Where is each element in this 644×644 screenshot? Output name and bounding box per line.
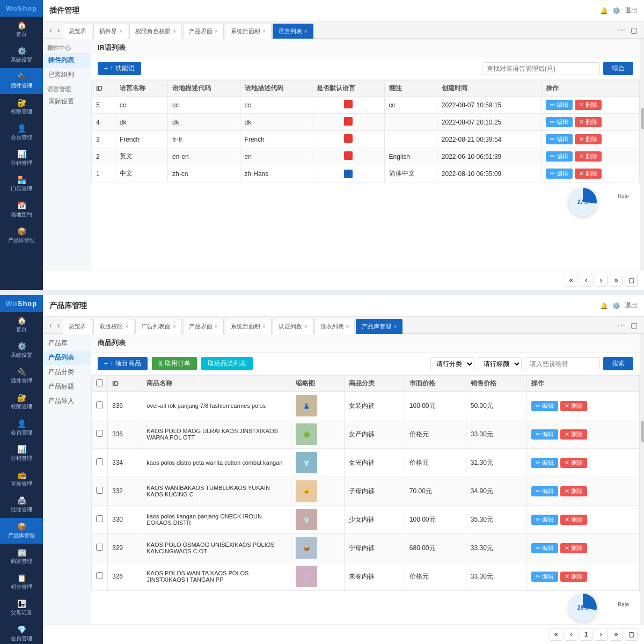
sub-item-product-title[interactable]: 产品标题 [43, 379, 91, 394]
tab-close-auth-1[interactable]: × [173, 28, 176, 34]
row-check[interactable] [96, 458, 103, 465]
tab-ad-2[interactable]: 广告列表面× [135, 319, 182, 334]
pg-prev-1[interactable]: ‹ [580, 274, 592, 287]
sidebar2-plugin[interactable]: 🔌插件管理 [0, 363, 43, 389]
pg-last-2[interactable]: » [610, 628, 623, 641]
edit-btn-p[interactable]: ✏ 编辑 [531, 429, 558, 440]
tab-overview-1[interactable]: 总览界 [63, 24, 92, 39]
sub-item-installed[interactable]: 已装组列 [43, 68, 91, 82]
tab-system-1[interactable]: 系统目面积 × [225, 24, 272, 39]
sub-item-product-import[interactable]: 产品导入 [43, 394, 91, 408]
del-btn[interactable]: ✕ 删除 [575, 151, 602, 162]
sidebar2-pos[interactable]: 🖨️批注管理 [0, 492, 43, 518]
tab-close-plugin-1[interactable]: × [119, 28, 122, 34]
sidebar-item-product[interactable]: 📦 产品库管理 [0, 223, 43, 248]
pg-expand-1[interactable]: ▢ [625, 274, 638, 287]
sidebar-item-reserve[interactable]: 📅 场地预约 [0, 197, 43, 223]
tab-productlib-2[interactable]: 产品库管理× [356, 319, 402, 334]
sidebar2-vip[interactable]: 💎会员管理 [0, 621, 43, 644]
del-btn-p[interactable]: ✕ 删除 [560, 543, 587, 553]
tab-next-1[interactable]: › [55, 26, 62, 34]
sidebar-item-system[interactable]: ⚙️ 系统设置 [0, 42, 43, 68]
tab-cert-2[interactable]: 认证列数× [273, 319, 313, 334]
del-btn-p[interactable]: ✕ 删除 [560, 572, 587, 582]
settings-icon[interactable]: ⚙️ [612, 7, 620, 14]
sub-item-product-cat[interactable]: 产品分类 [43, 365, 91, 379]
export-btn[interactable]: & 取用订单 [152, 357, 196, 370]
edit-btn-p[interactable]: ✏ 编辑 [531, 572, 558, 582]
del-btn-p[interactable]: ✕ 删除 [560, 486, 587, 496]
tab-laundry-2[interactable]: 洗衣列表× [314, 319, 355, 334]
del-btn-p[interactable]: ✕ 删除 [560, 429, 587, 440]
tab-prev-2[interactable]: ‹ [47, 321, 54, 330]
check-all[interactable] [96, 379, 103, 386]
sidebar2-auth[interactable]: 🔐权限管理 [0, 389, 43, 415]
sidebar2-system[interactable]: ⚙️系统设置 [0, 338, 43, 363]
import-btn[interactable]: 取还品类列表 [201, 357, 253, 370]
del-btn[interactable]: ✕ 删除 [575, 134, 602, 144]
tab-close-product-1[interactable]: × [215, 28, 218, 34]
row-check[interactable] [96, 572, 103, 579]
edit-btn[interactable]: ✏ 编辑 [546, 134, 573, 144]
sidebar-item-plugin[interactable]: 🔌 插件管理 [0, 68, 43, 94]
del-btn[interactable]: ✕ 删除 [575, 169, 602, 179]
sidebar-item-member[interactable]: 👤 会员管理 [0, 120, 43, 145]
tab-plugin-1[interactable]: 插件界 × [93, 24, 128, 39]
row-check[interactable] [96, 430, 103, 437]
logout-btn[interactable]: 退出 [625, 6, 638, 15]
sub-item-intl[interactable]: 国际设置 [43, 94, 91, 109]
tab-language-1[interactable]: 语言列表 × [273, 24, 313, 39]
tab-close-2-7[interactable]: × [393, 324, 397, 330]
tab-product-2[interactable]: 产品界面× [183, 319, 224, 334]
tab-close-2-4[interactable]: × [262, 324, 266, 330]
tab-close-2-3[interactable]: × [215, 324, 218, 330]
tab-prev-1[interactable]: ‹ [47, 26, 54, 34]
scrollbar-2[interactable] [640, 334, 644, 624]
sidebar-item-store[interactable]: 🏪 门店管理 [0, 171, 43, 197]
tab-system-2[interactable]: 系统目面积× [225, 319, 272, 334]
sub-item-product-list[interactable]: 产品列表 [43, 350, 91, 365]
tab-close-system-1[interactable]: × [262, 28, 266, 34]
edit-btn[interactable]: ✏ 编辑 [546, 151, 573, 162]
sidebar2-home[interactable]: 🏠首页 [0, 312, 43, 338]
tab-overview-2[interactable]: 总览界 [63, 319, 92, 334]
row-check[interactable] [96, 515, 103, 522]
row-check[interactable] [96, 544, 103, 551]
tab-close-language-1[interactable]: × [304, 28, 308, 34]
search-btn-1[interactable]: 综合 [603, 62, 633, 75]
tab-close-2-6[interactable]: × [346, 324, 349, 330]
tab-auth-1[interactable]: 权限角色权限 × [129, 24, 182, 39]
tab-expand-2[interactable]: ▢ [628, 321, 640, 330]
notif-icon-2[interactable]: 🔔 [600, 302, 608, 310]
row-check[interactable] [96, 487, 103, 494]
sidebar-item-auth[interactable]: 🔐 权限管理 [0, 94, 43, 120]
add-lang-btn[interactable]: + + 功能语 [98, 62, 141, 75]
pg-prev-2[interactable]: ‹ [565, 628, 577, 641]
tab-next-2[interactable]: › [55, 321, 62, 330]
pg-first-1[interactable]: « [565, 274, 577, 287]
edit-btn-p[interactable]: ✏ 编辑 [531, 458, 558, 468]
tab-more-1[interactable]: ⋯ [616, 26, 627, 34]
pg-expand-2[interactable]: ▢ [625, 628, 638, 641]
sidebar-item-dist[interactable]: 📊 分销管理 [0, 145, 43, 171]
edit-btn[interactable]: ✏ 编辑 [546, 117, 573, 127]
search-btn-2[interactable]: 搜索 [603, 357, 633, 370]
notif-icon[interactable]: 🔔 [600, 7, 608, 14]
pg-first-2[interactable]: « [550, 628, 562, 641]
sidebar-item-home[interactable]: 🏠 首页 [0, 17, 43, 42]
tab-more-2[interactable]: ⋯ [616, 321, 627, 330]
logout-btn-2[interactable]: 退出 [625, 301, 638, 310]
sidebar2-product[interactable]: 📦产品库管理 [0, 518, 43, 544]
tab-close-2-1[interactable]: × [125, 324, 128, 330]
tab-close-2-2[interactable]: × [173, 324, 176, 330]
del-btn[interactable]: ✕ 删除 [575, 100, 602, 110]
filter-sort[interactable]: 请行标颜 [478, 357, 522, 370]
sidebar2-order[interactable]: 📋积分管理 [0, 569, 43, 595]
sidebar2-parent[interactable]: 👨‍👧父母记录 [0, 595, 43, 621]
edit-btn-p[interactable]: ✏ 编辑 [531, 515, 558, 525]
pg-next-1[interactable]: › [595, 274, 608, 287]
edit-btn[interactable]: ✏ 编辑 [546, 100, 573, 110]
del-btn[interactable]: ✕ 删除 [575, 117, 602, 127]
search-input-1[interactable] [482, 62, 600, 75]
sidebar2-broadcast[interactable]: 📻宣传管理 [0, 466, 43, 492]
